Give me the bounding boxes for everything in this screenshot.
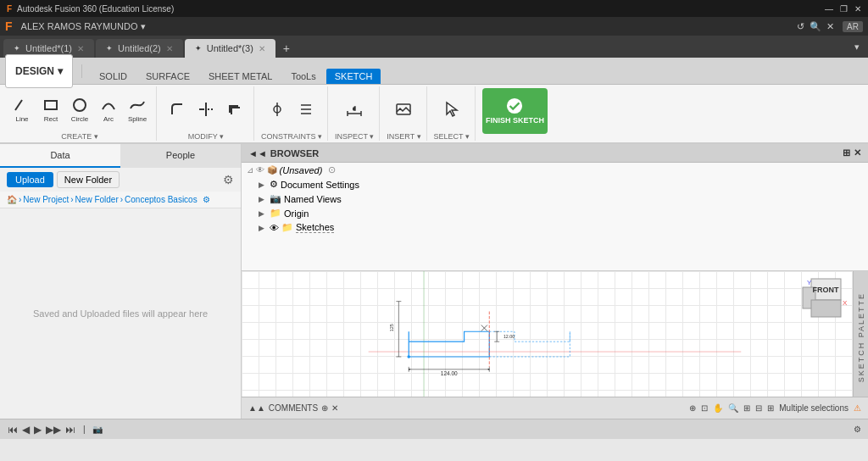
new-folder-button[interactable]: New Folder xyxy=(57,171,120,188)
navigate-icon[interactable]: ⊕ xyxy=(689,403,696,413)
people-tab[interactable]: People xyxy=(120,144,241,168)
close-panel-icon[interactable]: ✕ xyxy=(826,21,834,32)
browser-header-right: ⊞ ✕ xyxy=(843,147,861,158)
tab-sketch[interactable]: SKETCH xyxy=(326,69,381,84)
coincident-button[interactable] xyxy=(264,88,291,131)
svg-text:d: d xyxy=(353,106,356,111)
comments-expand-icon[interactable]: ⊕ xyxy=(321,403,328,413)
finish-sketch-label: FINISH SKETCH xyxy=(486,116,544,125)
tab-close-icon[interactable]: ✕ xyxy=(77,44,84,53)
upload-button[interactable]: Upload xyxy=(7,172,53,187)
breadcrumb-gear-icon[interactable]: ⚙ xyxy=(203,195,210,204)
trim-tool-button[interactable] xyxy=(192,88,220,131)
tab-sheet-metal[interactable]: SHEET METAL xyxy=(200,69,281,84)
panel-actions: Upload New Folder ⚙ xyxy=(0,168,241,192)
settings-gear-icon[interactable]: ⚙ xyxy=(223,173,234,186)
tree-arrow-icon: ▶ xyxy=(259,224,267,232)
spline-tool-button[interactable]: Spline xyxy=(124,88,151,131)
toolbar-group-dimension: d INSPECT ▾ xyxy=(330,86,380,141)
double-arrow-icon[interactable]: ◄◄ xyxy=(248,148,267,158)
svg-text:12.00: 12.00 xyxy=(504,334,515,339)
toolbar-group-select: SELECT ▾ xyxy=(429,86,476,141)
svg-text:FRONT: FRONT xyxy=(813,286,839,294)
home-icon[interactable]: 🏠 xyxy=(7,195,17,204)
tab-surface[interactable]: SURFACE xyxy=(137,69,198,84)
select-label: SELECT ▾ xyxy=(434,131,470,141)
user-menu[interactable]: ALEX RAMOS RAYMUNDO ▾ xyxy=(14,19,153,34)
goto-end-button[interactable]: ⏭ xyxy=(64,424,76,436)
tab-untitled3[interactable]: ✦ Untitled*(3) ✕ xyxy=(185,39,275,58)
insert-buttons xyxy=(390,88,417,131)
dimension-button[interactable]: d xyxy=(341,88,368,131)
tree-item-root[interactable]: ⊿ 👁 📦 (Unsaved) ⊙ xyxy=(242,163,868,177)
tab-menu-icon[interactable]: ▾ xyxy=(849,42,865,53)
play-button[interactable]: ▶ xyxy=(33,424,42,436)
finish-sketch-button[interactable]: FINISH SKETCH xyxy=(482,88,548,134)
tab-close-icon[interactable]: ✕ xyxy=(166,44,173,53)
tree-item-namedviews[interactable]: ▶ 📷 Named Views xyxy=(242,192,868,206)
fillet-tool-button[interactable] xyxy=(164,88,191,131)
toolbar-section-tabs: SOLID SURFACE SHEET METAL TooLs SKETCH xyxy=(91,58,381,84)
tree-item-origin[interactable]: ▶ 📁 Origin xyxy=(242,206,868,220)
tree-item-sketches[interactable]: ▶ 👁 📁 Sketches xyxy=(242,220,868,235)
tab-tools[interactable]: TooLs xyxy=(282,69,324,84)
select-button[interactable] xyxy=(438,88,465,131)
breadcrumb-conceptos[interactable]: Conceptos Basicos xyxy=(125,195,198,204)
bottom-right: ⊕ ⊡ ✋ 🔍 ⊞ ⊟ ⊞ Multiple selections ⚠ xyxy=(689,403,861,413)
minimize-button[interactable]: — xyxy=(825,4,833,14)
toolbar-main: Line Rect Circle Arc Spline CREATE ▾ xyxy=(0,85,868,144)
cube-widget[interactable]: FRONT X Y xyxy=(798,275,849,325)
constraints-label: CONSTRAINTS ▾ xyxy=(261,131,322,141)
zoom-fit-icon[interactable]: ⊡ xyxy=(701,403,708,413)
tab-label: Untitled*(1) xyxy=(25,43,72,53)
data-tab[interactable]: Data xyxy=(0,144,120,168)
breadcrumb-new-project[interactable]: New Project xyxy=(23,195,69,204)
tree-item-docsettings[interactable]: ▶ ⚙ Document Settings xyxy=(242,177,868,192)
offset-tool-button[interactable] xyxy=(221,88,248,131)
breadcrumb: 🏠 › New Project › New Folder › Conceptos… xyxy=(0,192,241,208)
tree-arrow-icon: ▶ xyxy=(259,195,267,203)
bottom-bar: ▲▲ COMMENTS ⊕ ✕ ⊕ ⊡ ✋ 🔍 ⊞ ⊟ ⊞ Multiple s… xyxy=(242,397,868,419)
design-dropdown-button[interactable]: DESIGN ▾ xyxy=(5,54,73,88)
rectangle-tool-button[interactable]: Rect xyxy=(37,88,64,131)
gear-settings-icon[interactable]: ⚙ xyxy=(854,425,861,434)
tab-label: Untitled(2) xyxy=(118,43,161,53)
step-forward-button[interactable]: ▶▶ xyxy=(45,424,62,436)
circle-tool-button[interactable]: Circle xyxy=(66,88,93,131)
tab-close-icon[interactable]: ✕ xyxy=(259,44,265,53)
search-icon[interactable]: 🔍 xyxy=(810,21,821,32)
refresh-icon[interactable]: ↺ xyxy=(797,21,804,32)
maximize-button[interactable]: ❐ xyxy=(840,4,848,14)
zoom-in-icon[interactable]: 🔍 xyxy=(728,403,738,413)
step-back-button[interactable]: ◀ xyxy=(21,424,31,436)
new-tab-button[interactable]: + xyxy=(277,39,296,58)
line-tool-button[interactable]: Line xyxy=(8,88,36,131)
tree-doc-icon: ⚙ xyxy=(270,179,278,190)
browser-expand-icon[interactable]: ⊞ xyxy=(843,147,850,158)
goto-start-button[interactable]: ⏮ xyxy=(7,424,19,436)
tree-settings-icon[interactable]: ⊙ xyxy=(328,164,336,175)
display-settings-icon[interactable]: ⊟ xyxy=(755,403,762,413)
browser-title: BROWSER xyxy=(270,148,319,158)
tool-label: Line xyxy=(15,115,28,123)
select-buttons xyxy=(438,88,465,131)
view-settings-icon[interactable]: ⊞ xyxy=(743,403,750,413)
double-arrow-up-icon[interactable]: ▲▲ xyxy=(248,403,265,413)
tab-untitled2[interactable]: ✦ Untitled(2) ✕ xyxy=(96,39,183,58)
pan-icon[interactable]: ✋ xyxy=(713,403,723,413)
tree-docsettings-label: Document Settings xyxy=(281,180,359,190)
breadcrumb-new-folder[interactable]: New Folder xyxy=(75,195,119,204)
camera-icon[interactable]: 📷 xyxy=(92,425,103,434)
grid-icon[interactable]: ⊞ xyxy=(767,403,774,413)
tab-solid[interactable]: SOLID xyxy=(91,69,136,84)
insert-image-button[interactable] xyxy=(390,88,417,131)
browser-close-icon[interactable]: ✕ xyxy=(854,147,861,158)
canvas[interactable]: 124.00 12.00 125 xyxy=(242,271,868,397)
dropdown-arrow-icon: ▾ xyxy=(58,65,63,77)
comments-close-icon[interactable]: ✕ xyxy=(331,403,338,413)
parallel-button[interactable] xyxy=(292,88,320,131)
close-button[interactable]: ✕ xyxy=(854,4,861,14)
app-logo-icon: F xyxy=(7,4,12,14)
arc-tool-button[interactable]: Arc xyxy=(95,88,122,131)
toolbar-group-create: Line Rect Circle Arc Spline CREATE ▾ xyxy=(3,86,157,141)
